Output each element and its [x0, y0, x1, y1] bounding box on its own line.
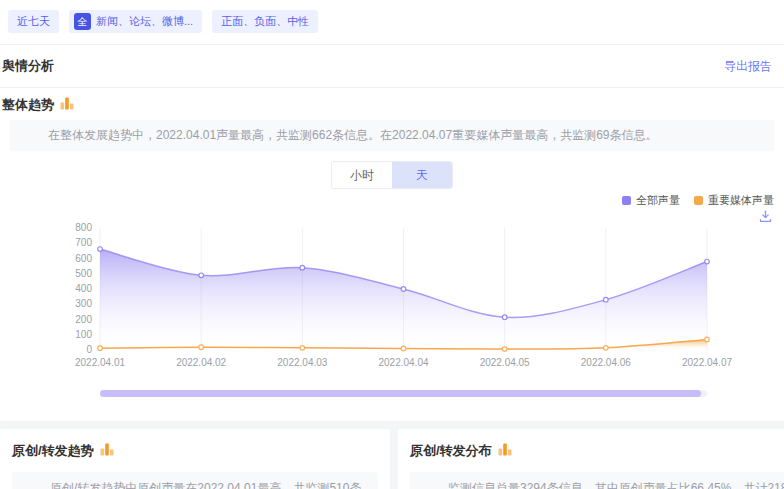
export-report-link[interactable]: 导出报告: [724, 58, 772, 75]
overall-trend-summary-text: 在整体发展趋势中，2022.04.01声量最高，共监测662条信息。在2022.…: [48, 128, 658, 142]
original-repost-trend-summary-text: 原创/转发趋势中原创声量在2022.04.01最高，共监测510条信息；转发声量…: [26, 481, 361, 489]
date-range-label: 近七天: [17, 14, 50, 29]
chart-scrollbar-thumb[interactable]: [100, 390, 701, 397]
legend-marker-total-volume: [622, 196, 631, 205]
overall-trend-summary: 在整体发展趋势中，2022.04.01声量最高，共监测662条信息。在2022.…: [10, 120, 774, 151]
podium-chart-icon: [498, 442, 512, 460]
original-repost-distribution-summary-text: 监测信息总量3294条信息，其中原创声量占比66.45%，共计2189条信息；转…: [424, 481, 784, 489]
overall-trend-section-head: 整体趋势: [2, 96, 774, 114]
svg-text:2022.04.07: 2022.04.07: [682, 357, 732, 368]
page-title: 舆情分析: [2, 57, 54, 75]
trend-area-chart-svg: 01002003004005006007008002022.04.012022.…: [22, 222, 782, 372]
svg-text:300: 300: [75, 299, 92, 310]
podium-chart-icon: [100, 442, 114, 460]
overall-trend-title: 整体趋势: [2, 96, 54, 114]
chart-scrollbar[interactable]: [100, 390, 707, 397]
legend-marker-media-volume: [694, 196, 703, 205]
toggle-hour-button[interactable]: 小时: [332, 162, 392, 188]
svg-text:2022.04.06: 2022.04.06: [581, 357, 631, 368]
toggle-day-button[interactable]: 天: [392, 162, 452, 188]
legend-item-total-volume[interactable]: 全部声量: [622, 193, 680, 208]
date-range-chip[interactable]: 近七天: [8, 10, 59, 33]
svg-text:2022.04.01: 2022.04.01: [75, 357, 125, 368]
svg-text:700: 700: [75, 238, 92, 249]
original-repost-distribution-title: 原创/转发分布: [410, 442, 492, 460]
svg-text:2022.04.03: 2022.04.03: [277, 357, 327, 368]
original-repost-trend-title: 原创/转发趋势: [12, 442, 94, 460]
filters-bar: 近七天 全 新闻、论坛、微博... 正面、负面、中性: [0, 0, 784, 44]
chart-legend: 全部声量 重要媒体声量: [0, 193, 774, 207]
svg-text:600: 600: [75, 253, 92, 264]
svg-text:800: 800: [75, 222, 92, 233]
podium-chart-icon: [60, 96, 74, 114]
svg-text:200: 200: [75, 314, 92, 325]
legend-item-media-volume[interactable]: 重要媒体声量: [694, 193, 774, 208]
card-original-repost-distribution: 原创/转发分布 监测信息总量3294条信息，其中原创声量占比66.45%，共计2…: [398, 429, 784, 489]
svg-text:2022.04.04: 2022.04.04: [378, 357, 428, 368]
granularity-toggle-row: 小时 天: [0, 161, 784, 189]
svg-text:500: 500: [75, 268, 92, 279]
granularity-toggle: 小时 天: [331, 161, 453, 189]
original-repost-trend-summary: 原创/转发趋势中原创声量在2022.04.01最高，共监测510条信息；转发声量…: [12, 472, 378, 489]
legend-label-media-volume: 重要媒体声量: [708, 193, 774, 208]
sentiment-filter-chip[interactable]: 正面、负面、中性: [212, 10, 318, 33]
card-original-repost-trend: 原创/转发趋势 原创/转发趋势中原创声量在2022.04.01最高，共监测510…: [0, 429, 390, 489]
panel-header: 舆情分析 导出报告: [0, 45, 784, 88]
download-chart-icon[interactable]: [759, 209, 772, 222]
original-repost-distribution-summary: 监测信息总量3294条信息，其中原创声量占比66.45%，共计2189条信息；转…: [410, 472, 784, 489]
legend-label-total-volume: 全部声量: [636, 193, 680, 208]
sub-cards-row: 原创/转发趋势 原创/转发趋势中原创声量在2022.04.01最高，共监测510…: [0, 429, 784, 489]
svg-text:2022.04.05: 2022.04.05: [480, 357, 530, 368]
trend-area-chart: 01002003004005006007008002022.04.012022.…: [22, 222, 784, 376]
svg-text:2022.04.02: 2022.04.02: [176, 357, 226, 368]
source-filter-chip[interactable]: 全 新闻、论坛、微博...: [69, 10, 202, 33]
sentiment-filter-label: 正面、负面、中性: [221, 14, 309, 29]
svg-text:0: 0: [86, 344, 92, 355]
source-all-badge-icon: 全: [74, 13, 91, 30]
svg-text:100: 100: [75, 329, 92, 340]
svg-text:400: 400: [75, 283, 92, 294]
analysis-panel: 舆情分析 导出报告 整体趋势 在整体发展趋势中，2022.04.01声量最高，共…: [0, 44, 784, 421]
chart-toolbar: [0, 209, 784, 222]
source-filter-label: 新闻、论坛、微博...: [96, 14, 193, 29]
